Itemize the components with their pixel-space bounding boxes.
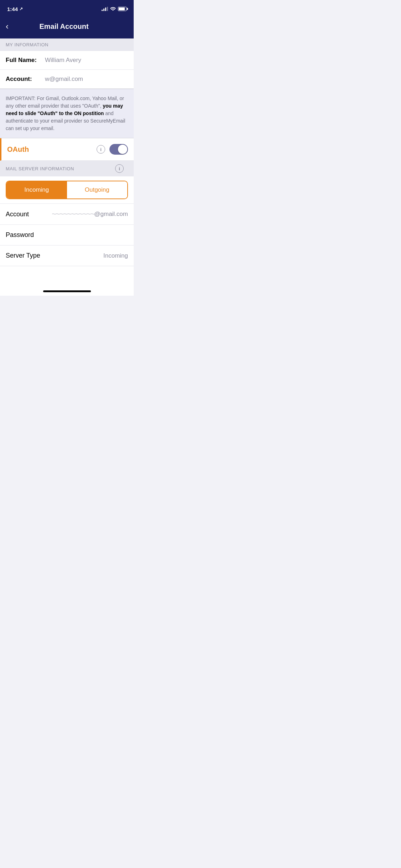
server-type-value: Incoming — [103, 252, 128, 259]
server-type-form-row[interactable]: Server Type Incoming — [0, 246, 134, 266]
full-name-label: Full Name: — [6, 57, 45, 64]
account-info-row: Account: w@gmail.com — [0, 70, 134, 89]
battery-icon — [118, 7, 127, 11]
signal-bar-4 — [107, 7, 108, 11]
location-icon: ↗ — [19, 6, 23, 11]
my-information-header: MY INFORMATION — [0, 38, 134, 51]
back-button[interactable]: ‹ — [6, 20, 11, 33]
home-bar — [43, 290, 91, 292]
full-name-row: Full Name: William Avery — [0, 51, 134, 70]
oauth-label: OAuth — [7, 145, 97, 154]
oauth-toggle[interactable] — [109, 144, 128, 155]
tab-incoming[interactable]: Incoming — [6, 181, 67, 198]
tab-container: Incoming Outgoing — [0, 176, 134, 204]
incoming-form: Account ~~~~~~~~~~~ @gmail.com Password … — [0, 204, 134, 266]
password-form-label: Password — [6, 231, 34, 239]
status-time: 1:44 ↗ — [7, 6, 23, 12]
nav-bar: ‹ Email Account — [0, 16, 134, 38]
account-masked: ~~~~~~~~~~~ — [52, 210, 94, 218]
toggle-knob — [118, 145, 127, 154]
important-notice-text: IMPORTANT: For Gmail, Outlook.com, Yahoo… — [6, 95, 128, 132]
signal-bar-3 — [105, 7, 106, 11]
account-suffix: @gmail.com — [94, 211, 128, 218]
full-name-value: William Avery — [45, 57, 128, 64]
battery-fill — [119, 7, 125, 10]
status-icons — [102, 6, 127, 12]
account-info-value: w@gmail.com — [45, 76, 128, 83]
server-type-form-label: Server Type — [6, 252, 40, 259]
account-form-row[interactable]: Account ~~~~~~~~~~~ @gmail.com — [0, 204, 134, 225]
oauth-info-button[interactable]: i — [97, 145, 105, 154]
my-information-label: MY INFORMATION — [6, 42, 48, 47]
signal-bars — [102, 7, 108, 11]
account-form-label: Account — [6, 211, 29, 218]
mail-server-info-button[interactable]: i — [115, 164, 124, 173]
account-info-label: Account: — [6, 76, 45, 83]
mail-server-title: MAIL SERVER INFORMATION — [6, 166, 74, 171]
password-form-row[interactable]: Password — [0, 225, 134, 246]
mail-server-header: MAIL SERVER INFORMATION i — [0, 161, 134, 176]
tab-buttons: Incoming Outgoing — [6, 181, 128, 199]
oauth-row: OAuth i — [0, 138, 134, 161]
time-display: 1:44 — [7, 6, 18, 12]
page-title: Email Account — [11, 22, 128, 31]
tab-outgoing[interactable]: Outgoing — [67, 181, 128, 198]
signal-bar-2 — [103, 9, 104, 11]
account-value-container: ~~~~~~~~~~~ @gmail.com — [52, 210, 128, 218]
spacer — [0, 266, 134, 288]
important-notice: IMPORTANT: For Gmail, Outlook.com, Yahoo… — [0, 89, 134, 138]
status-bar: 1:44 ↗ — [0, 0, 134, 16]
home-indicator — [0, 288, 134, 296]
signal-bar-1 — [102, 10, 103, 11]
wifi-icon — [110, 6, 116, 12]
